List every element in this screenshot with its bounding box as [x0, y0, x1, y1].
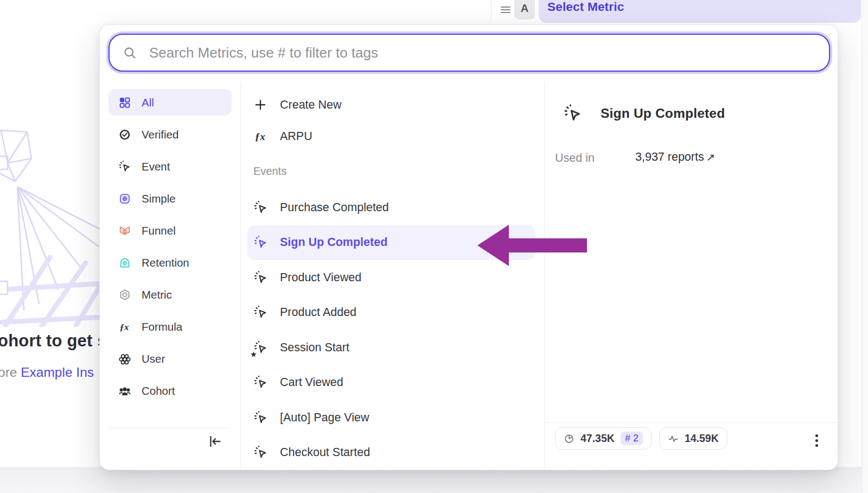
sidebar-item-label: User [142, 352, 165, 365]
activity-icon [668, 433, 679, 444]
sidebar-item-label: Verified [142, 128, 178, 141]
event-cursor-star-icon [253, 340, 268, 355]
sidebar-item-user[interactable]: User [108, 345, 232, 372]
subline-text: ore [0, 365, 21, 380]
list-item-label: Cart Viewed [280, 376, 343, 389]
page-right-panel-edge [861, 0, 868, 493]
list-item-checkout-started[interactable]: Checkout Started [247, 435, 535, 471]
more-options-button[interactable] [815, 434, 819, 447]
reports-count: 3,937 reports [635, 150, 704, 163]
event-cursor-icon [253, 375, 268, 390]
background-empty-state-subline: ore Example Ins [0, 365, 94, 380]
event-cursor-icon [253, 235, 268, 250]
pie-chart-icon [564, 433, 575, 444]
series-a-badge: A [514, 0, 535, 20]
create-new-button[interactable]: Create New [247, 89, 535, 121]
cohort-people-icon [118, 384, 131, 397]
search-focus-ring [106, 31, 832, 74]
grid-icon [118, 96, 131, 109]
sidebar-footer-divider [108, 428, 231, 428]
detail-title: Sign Up Completed [601, 106, 725, 121]
sidebar-item-all[interactable]: All [108, 89, 232, 116]
category-sidebar: All Verified Event Simple Funnel Retenti… [100, 82, 241, 470]
example-insights-link[interactable]: Example Ins [21, 365, 94, 380]
metric-detail-panel: Sign Up Completed Used in 3,937 reports↗… [544, 82, 838, 470]
event-cursor-icon [563, 104, 583, 123]
sidebar-item-label: Retention [142, 256, 189, 269]
rank-badge: # 2 [621, 432, 643, 445]
top-panel-divider [491, 0, 492, 21]
used-in-reports-link[interactable]: 3,937 reports↗ [635, 150, 715, 164]
funnel-icon [118, 224, 131, 237]
list-item-label: Create New [280, 98, 342, 112]
event-cursor-icon [253, 305, 268, 320]
total-count-chip[interactable]: 47.35K # 2 [555, 427, 652, 450]
used-in-label: Used in [555, 151, 595, 165]
sidebar-item-simple[interactable]: Simple [108, 185, 232, 212]
plus-icon [253, 98, 268, 112]
events-section-header: Events [241, 152, 544, 190]
metric-list: Create New ARPU Events Purchase Complete… [241, 82, 544, 470]
background-wireframe-illustration [0, 121, 106, 327]
list-item-label: Purchase Completed [280, 201, 389, 214]
trend-value: 14.59K [685, 432, 719, 445]
formula-fx-icon [253, 129, 268, 144]
event-cursor-icon [253, 270, 268, 285]
list-item-label: ARPU [280, 130, 312, 143]
drag-handle-icon[interactable] [499, 3, 512, 16]
sidebar-item-label: Metric [142, 288, 172, 301]
collapse-sidebar-button[interactable] [207, 434, 224, 450]
sidebar-item-label: Funnel [142, 224, 176, 237]
list-item-label: Sign Up Completed [280, 236, 387, 249]
list-item-label: Checkout Started [280, 446, 370, 459]
page-bottom-strip [0, 467, 868, 493]
simple-metric-icon [118, 192, 131, 205]
total-count-value: 47.35K [580, 432, 615, 445]
sidebar-item-label: Cohort [142, 384, 175, 397]
trend-chip[interactable]: 14.59K [659, 427, 727, 450]
list-item-label: Session Start [280, 341, 349, 355]
sidebar-item-label: Simple [142, 192, 176, 205]
detail-footer-divider [545, 422, 838, 423]
select-metric-field[interactable]: Select Metric [539, 0, 861, 23]
list-item-arpu[interactable]: ARPU [247, 121, 535, 152]
list-item-label: Product Added [280, 306, 356, 319]
sidebar-item-label: Event [142, 160, 170, 173]
background-empty-state-headline: ohort to get s [0, 331, 107, 351]
formula-fx-icon [118, 320, 131, 333]
sidebar-item-label: All [142, 96, 154, 109]
north-east-arrow-icon: ↗ [706, 151, 715, 163]
event-cursor-icon [253, 200, 268, 215]
list-item-cart-viewed[interactable]: Cart Viewed [247, 365, 535, 401]
sidebar-item-formula[interactable]: Formula [108, 313, 232, 340]
select-metric-label: Select Metric [547, 0, 624, 14]
retention-icon [118, 256, 131, 269]
sidebar-item-label: Formula [142, 320, 182, 333]
list-item-sign-up-completed[interactable]: Sign Up Completed [247, 225, 535, 261]
sidebar-item-funnel[interactable]: Funnel [108, 217, 232, 244]
sidebar-item-verified[interactable]: Verified [108, 121, 232, 148]
list-item-product-viewed[interactable]: Product Viewed [247, 260, 535, 295]
list-item-auto-page-view[interactable]: [Auto] Page View [247, 400, 535, 435]
sidebar-item-event[interactable]: Event [108, 153, 232, 180]
event-cursor-icon [253, 410, 268, 425]
user-cluster-icon [118, 352, 131, 365]
sidebar-item-metric[interactable]: Metric [108, 281, 232, 308]
sidebar-item-cohort[interactable]: Cohort [108, 377, 232, 404]
sidebar-item-retention[interactable]: Retention [108, 249, 232, 276]
search-input[interactable] [149, 45, 816, 61]
event-cursor-icon [253, 445, 268, 460]
list-item-label: [Auto] Page View [280, 411, 369, 425]
search-icon [123, 46, 137, 60]
list-item-label: Product Viewed [280, 271, 361, 285]
verified-badge-icon [118, 128, 131, 141]
search-box[interactable] [108, 34, 830, 72]
event-cursor-icon [118, 160, 131, 173]
metric-hexagon-icon [118, 288, 131, 301]
list-item-session-start[interactable]: Session Start [247, 330, 535, 365]
list-item-product-added[interactable]: Product Added [247, 295, 535, 331]
metric-picker-dialog: All Verified Event Simple Funnel Retenti… [99, 24, 838, 470]
list-item-purchase-completed[interactable]: Purchase Completed [247, 190, 535, 225]
